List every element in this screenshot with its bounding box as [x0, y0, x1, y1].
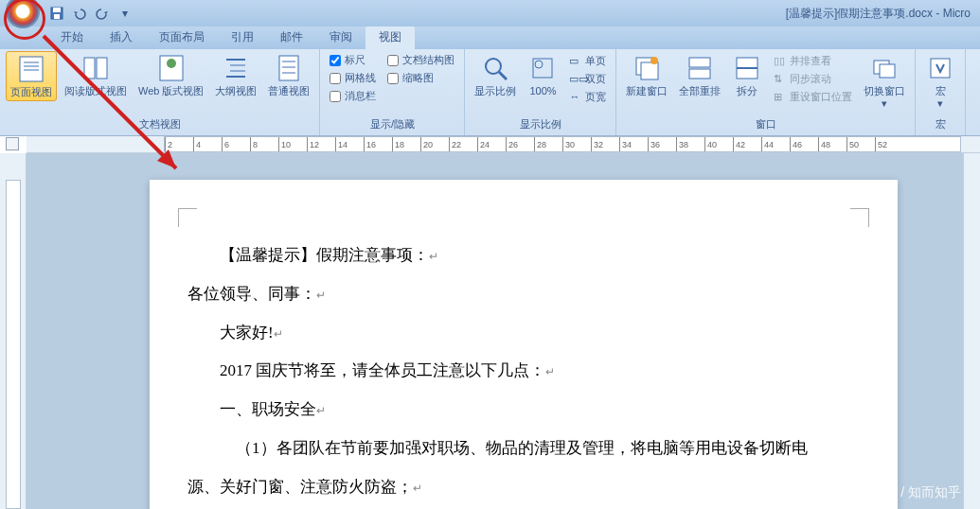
office-button[interactable]	[6, 0, 40, 28]
macros-label: 宏▾	[935, 85, 946, 110]
ruler-tick: 50	[846, 137, 859, 151]
doc-line-7[interactable]: 源、关好门窗、注意防火防盗；	[187, 478, 413, 496]
ruler-tick: 36	[648, 137, 660, 151]
switch-window-icon	[869, 53, 900, 83]
hundred-icon	[527, 53, 558, 83]
svg-rect-27	[689, 69, 710, 79]
doc-line-4[interactable]: 2017 国庆节将至，请全体员工注意以下几点：	[220, 361, 545, 379]
zoom-icon	[480, 53, 510, 83]
undo-icon[interactable]	[70, 4, 89, 23]
group-doc-views: 页面视图 阅读版式视图 Web 版式视图 大纲视图 普通视图 文档视图	[0, 49, 320, 135]
group-show-hide: 标尺 网格线 消息栏 文档结构图 缩略图 显示/隐藏	[320, 49, 465, 135]
split-button[interactable]: 拆分	[728, 51, 766, 99]
tab-view[interactable]: 视图	[365, 26, 415, 49]
ruler-tick: 26	[506, 137, 518, 151]
reading-view-label: 阅读版式视图	[64, 85, 127, 97]
vertical-ruler[interactable]	[0, 153, 27, 509]
para-mark-icon: ↵	[274, 327, 283, 341]
svg-point-10	[167, 59, 176, 68]
one-page-button[interactable]: ▭单页	[567, 53, 608, 69]
save-icon[interactable]	[47, 4, 66, 23]
reading-view-button[interactable]: 阅读版式视图	[61, 51, 131, 99]
ruler-v-scale	[6, 180, 21, 509]
group-doc-views-label: 文档视图	[6, 115, 313, 133]
reading-view-icon	[80, 53, 111, 83]
doc-line-5[interactable]: 一、职场安全	[220, 400, 316, 418]
split-label: 拆分	[737, 85, 757, 97]
page-width-button[interactable]: ↔页宽	[567, 89, 608, 105]
ruler-tick: 30	[562, 137, 575, 151]
macros-icon	[925, 53, 955, 83]
svg-point-19	[486, 59, 501, 74]
thumbnails-checkbox[interactable]: 缩略图	[387, 71, 454, 85]
outline-view-icon	[221, 53, 251, 83]
document-area[interactable]: 【温馨提示】假期注意事项：↵ 各位领导、同事：↵ 大家好!↵ 2017 国庆节将…	[27, 153, 980, 509]
redo-icon[interactable]	[93, 4, 112, 23]
doc-line-3[interactable]: 大家好!	[220, 324, 274, 342]
ruler-tick: 48	[818, 137, 830, 151]
ruler-tick: 14	[335, 137, 347, 151]
hundred-button[interactable]: 100%	[524, 51, 561, 99]
outline-view-label: 大纲视图	[215, 85, 257, 97]
ruler-checkbox[interactable]: 标尺	[330, 53, 376, 67]
para-mark-icon: ↵	[316, 404, 326, 417]
page-view-button[interactable]: 页面视图	[6, 51, 57, 101]
split-icon	[732, 53, 762, 83]
doc-line-1[interactable]: 【温馨提示】假期注意事项：	[220, 246, 429, 264]
gridlines-checkbox[interactable]: 网格线	[330, 71, 376, 85]
ruler-tick: 18	[392, 137, 404, 151]
new-window-button[interactable]: 新建窗口	[622, 51, 671, 99]
page[interactable]: 【温馨提示】假期注意事项：↵ 各位领导、同事：↵ 大家好!↵ 2017 国庆节将…	[150, 180, 898, 509]
ruler-tick: 24	[477, 137, 490, 151]
vertical-scrollbar[interactable]	[963, 153, 980, 509]
tab-insert[interactable]: 插入	[97, 26, 146, 49]
qat-dropdown-icon[interactable]: ▾	[116, 4, 134, 23]
svg-rect-2	[54, 14, 60, 19]
hundred-label: 100%	[529, 85, 556, 97]
horizontal-ruler[interactable]: 2468101214161820222426283032343638404244…	[27, 136, 980, 153]
ruler-tick: 44	[761, 137, 774, 151]
svg-rect-31	[880, 64, 895, 78]
ruler-tick: 42	[733, 137, 745, 151]
tab-start[interactable]: 开始	[47, 26, 97, 49]
svg-rect-3	[20, 57, 43, 81]
tab-layout[interactable]: 页面布局	[146, 26, 218, 49]
ribbon: 页面视图 阅读版式视图 Web 版式视图 大纲视图 普通视图 文档视图	[0, 49, 980, 136]
page-view-label: 页面视图	[10, 86, 52, 98]
workspace: 【温馨提示】假期注意事项：↵ 各位领导、同事：↵ 大家好!↵ 2017 国庆节将…	[0, 153, 980, 509]
ruler-tick: 32	[591, 137, 603, 151]
tab-review[interactable]: 审阅	[316, 26, 365, 49]
group-macros-label: 宏	[921, 115, 959, 133]
document-text[interactable]: 【温馨提示】假期注意事项：↵ 各位领导、同事：↵ 大家好!↵ 2017 国庆节将…	[187, 237, 860, 507]
switch-window-button[interactable]: 切换窗口▾	[860, 51, 909, 112]
group-zoom-label: 显示比例	[471, 115, 610, 133]
macros-button[interactable]: 宏▾	[921, 51, 959, 112]
svg-point-25	[650, 57, 658, 64]
ruler-tick: 16	[364, 137, 376, 151]
window-title: [温馨提示]假期注意事项.docx - Micro	[786, 6, 971, 22]
arrange-label: 全部重排	[679, 85, 721, 97]
doc-line-6[interactable]: （1）各团队在节前要加强对职场、物品的清理及管理，将电脑等用电设备切断电	[236, 439, 808, 457]
zoom-button[interactable]: 显示比例	[471, 51, 520, 99]
page-view-icon	[16, 54, 46, 84]
arrange-button[interactable]: 全部重排	[675, 51, 724, 99]
draft-view-label: 普通视图	[268, 85, 310, 97]
tab-references[interactable]: 引用	[218, 26, 267, 49]
docmap-checkbox[interactable]: 文档结构图	[387, 53, 454, 67]
web-view-icon	[156, 53, 187, 83]
group-window-label: 窗口	[622, 115, 909, 133]
para-mark-icon: ↵	[316, 289, 326, 302]
ruler-corner[interactable]	[6, 137, 19, 150]
ribbon-tabs: 开始 插入 页面布局 引用 邮件 审阅 视图	[0, 26, 980, 49]
tab-mailings[interactable]: 邮件	[267, 26, 316, 49]
msgbar-checkbox[interactable]: 消息栏	[330, 89, 376, 103]
svg-rect-15	[279, 56, 298, 80]
ruler-tick: 34	[619, 137, 632, 151]
draft-view-button[interactable]: 普通视图	[264, 51, 313, 99]
two-page-button[interactable]: ▭▭双页	[567, 71, 608, 87]
svg-rect-26	[689, 58, 710, 67]
group-zoom: 显示比例 100% ▭单页 ▭▭双页 ↔页宽 显示比例	[465, 49, 616, 135]
outline-view-button[interactable]: 大纲视图	[211, 51, 260, 99]
web-view-button[interactable]: Web 版式视图	[134, 51, 207, 99]
doc-line-2[interactable]: 各位领导、同事：	[187, 285, 316, 303]
